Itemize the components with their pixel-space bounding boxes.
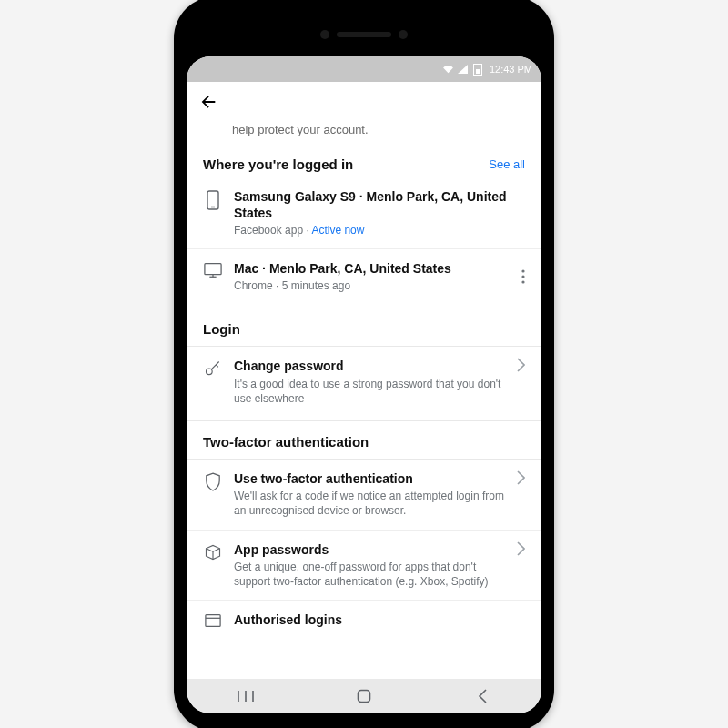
chevron-right-icon — [517, 470, 525, 485]
section-two-factor: Two-factor authentication — [187, 420, 541, 460]
session-app: Facebook app · — [234, 224, 311, 237]
session-row[interactable]: Mac · Menlo Park, CA, United States Chro… — [187, 248, 541, 304]
shield-icon — [203, 472, 223, 492]
use-2fa-row[interactable]: Use two-factor authentication We'll ask … — [187, 460, 541, 530]
row-text: App passwords Get a unique, one-off pass… — [234, 541, 506, 590]
status-time: 12:43 PM — [490, 64, 532, 75]
app-bar — [187, 82, 541, 122]
session-text: Samsung Galaxy S9 · Menlo Park, CA, Unit… — [234, 188, 525, 238]
wifi-icon — [442, 65, 454, 74]
section-login: Login — [187, 308, 541, 347]
row-text: Use two-factor authentication We'll ask … — [234, 470, 506, 519]
key-icon — [203, 359, 223, 378]
svg-point-8 — [207, 369, 213, 375]
svg-rect-2 — [205, 264, 221, 275]
row-subtitle: Get a unique, one-off password for apps … — [234, 560, 506, 589]
session-title: Samsung Galaxy S9 · Menlo Park, CA, Unit… — [234, 188, 525, 221]
row-title: Use two-factor authentication — [234, 470, 506, 487]
signal-icon — [458, 65, 468, 74]
see-all-link[interactable]: See all — [489, 157, 525, 171]
section-where-logged-in: Where you're logged in See all — [187, 157, 541, 172]
desktop-icon — [203, 262, 223, 278]
authorised-logins-row[interactable]: Authorised logins — [187, 600, 541, 628]
back-nav-button[interactable] — [471, 687, 493, 705]
content-area: help protect your account. Where you're … — [187, 122, 541, 679]
more-icon[interactable] — [521, 269, 525, 284]
box-icon — [203, 543, 223, 561]
row-text: Authorised logins — [234, 612, 525, 628]
session-title: Mac · Menlo Park, CA, United States — [234, 260, 511, 277]
section-title: Two-factor authentication — [203, 434, 369, 450]
phone-hardware-top — [187, 9, 541, 60]
session-subtitle: Chrome · 5 minutes ago — [234, 278, 511, 293]
chevron-right-icon — [517, 358, 525, 372]
scroll-view[interactable]: help protect your account. Where you're … — [187, 122, 541, 679]
app-passwords-row[interactable]: App passwords Get a unique, one-off pass… — [187, 530, 541, 601]
row-title: App passwords — [234, 541, 506, 558]
recents-button[interactable] — [235, 687, 257, 705]
back-button[interactable] — [196, 89, 221, 115]
helper-text: help protect your account. — [187, 122, 541, 144]
row-subtitle: It's a good idea to use a strong passwor… — [234, 377, 506, 406]
row-text: Change password It's a good idea to use … — [234, 358, 506, 406]
chevron-right-icon — [517, 541, 525, 556]
phone-icon — [203, 190, 223, 210]
session-status: Active now — [311, 224, 364, 237]
card-icon — [203, 613, 223, 628]
system-nav-bar — [187, 679, 541, 713]
battery-icon — [473, 64, 482, 76]
row-title: Change password — [234, 358, 506, 374]
svg-point-6 — [521, 276, 524, 278]
svg-rect-9 — [206, 615, 220, 627]
svg-point-7 — [521, 281, 524, 284]
change-password-row[interactable]: Change password It's a good idea to use … — [187, 347, 541, 417]
session-row[interactable]: Samsung Galaxy S9 · Menlo Park, CA, Unit… — [187, 177, 541, 249]
row-title: Authorised logins — [234, 612, 525, 628]
svg-rect-14 — [359, 691, 370, 703]
section-title: Where you're logged in — [203, 157, 353, 172]
row-subtitle: We'll ask for a code if we notice an att… — [234, 489, 506, 518]
svg-point-5 — [521, 270, 524, 273]
section-title: Login — [203, 321, 240, 337]
status-bar: 12:43 PM — [187, 56, 541, 82]
home-button[interactable] — [353, 687, 375, 705]
phone-frame: 12:43 PM help protect your account. Wher… — [174, 0, 554, 728]
screen: 12:43 PM help protect your account. Wher… — [187, 56, 541, 713]
session-text: Mac · Menlo Park, CA, United States Chro… — [234, 260, 511, 293]
